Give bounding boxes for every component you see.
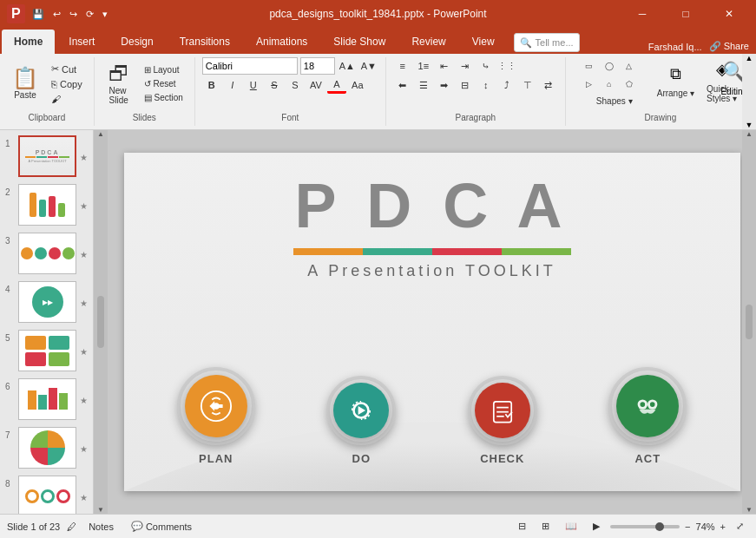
shape-btn-6[interactable]: ⬠ (620, 75, 639, 93)
zoom-thumb[interactable] (655, 522, 664, 531)
shape-btn-2[interactable]: ◯ (600, 57, 619, 75)
ribbon-scroll-up[interactable]: ▲ (746, 54, 753, 62)
notes-button[interactable]: Notes (83, 521, 119, 533)
redo-qa-button[interactable]: ↪ (66, 7, 81, 22)
normal-view-button[interactable]: ⊟ (513, 520, 531, 533)
slide-thumb-3[interactable]: 3 ★ (3, 231, 89, 276)
arrange-button[interactable]: Arrange ▾ (653, 87, 699, 100)
slide-thumb-6[interactable]: 6 ★ (3, 377, 89, 422)
italic-button[interactable]: I (223, 76, 242, 94)
slide-img-7[interactable] (18, 427, 76, 469)
share-button[interactable]: 🔗 Share (709, 41, 749, 52)
bold-button[interactable]: B (202, 76, 221, 94)
replay-qa-button[interactable]: ⟳ (82, 7, 97, 22)
slide-img-3[interactable] (18, 233, 76, 274)
tab-slideshow[interactable]: Slide Show (321, 30, 398, 54)
right-scroll-down[interactable]: ▼ (746, 506, 753, 514)
shape-btn-3[interactable]: △ (620, 57, 639, 75)
slide-img-1[interactable]: PDCA A Presentation TOOLKIT (18, 135, 76, 177)
align-center-button[interactable]: ☰ (414, 76, 433, 94)
columns-button[interactable]: ⋮⋮ (497, 57, 516, 75)
slide-thumb-7[interactable]: 7 ★ (3, 425, 89, 470)
slide-img-5[interactable] (18, 330, 76, 371)
cut-button[interactable]: ✂Cut (47, 62, 87, 76)
shape-btn-1[interactable]: ▭ (580, 57, 599, 75)
tab-design[interactable]: Design (108, 30, 165, 54)
save-qa-button[interactable]: 💾 (29, 7, 48, 22)
slide-sorter-button[interactable]: ⊞ (536, 520, 555, 533)
tab-review[interactable]: Review (399, 30, 457, 54)
minimize-button[interactable]: ─ (622, 0, 662, 28)
maximize-button[interactable]: □ (666, 0, 706, 28)
font-family-input[interactable] (202, 57, 298, 75)
convert-smartart-button[interactable]: ⇄ (539, 76, 558, 94)
slide-img-6[interactable] (18, 378, 76, 420)
slide-panel[interactable]: 1 PDCA A Presentation TOOLKIT ★ 2 (0, 130, 94, 514)
fit-window-button[interactable]: ⤢ (731, 520, 749, 533)
shadow-button[interactable]: S (286, 76, 305, 94)
undo-qa-button[interactable]: ↩ (49, 7, 64, 22)
right-scroll-thumb[interactable] (746, 305, 753, 339)
customize-qa-button[interactable]: ▾ (99, 7, 111, 22)
comments-button[interactable]: 💬 Comments (126, 520, 197, 533)
zoom-slider[interactable] (610, 525, 680, 528)
slide-img-2[interactable] (18, 184, 76, 226)
slide-canvas[interactable]: P D C A A Presentation TOOLKIT (124, 153, 740, 491)
increase-indent-button[interactable]: ⇥ (456, 57, 475, 75)
paste-button[interactable]: 📋 Paste (7, 66, 43, 102)
slideshow-button[interactable]: ▶ (588, 520, 605, 533)
new-slide-button[interactable]: 🗗 NewSlide (102, 62, 136, 107)
slide-img-4[interactable]: ▶▶ (18, 281, 76, 323)
slide-thumb-2[interactable]: 2 ★ (3, 182, 89, 227)
tab-transitions[interactable]: Transitions (168, 30, 242, 54)
text-direction-button[interactable]: ⤴ (497, 76, 516, 94)
scroll-bottom-btn[interactable]: ▼ (97, 506, 104, 514)
align-left-button[interactable]: ⬅ (393, 76, 412, 94)
slide-thumb-1[interactable]: 1 PDCA A Presentation TOOLKIT ★ (3, 134, 89, 179)
slide-canvas-area[interactable]: ▲ ▼ P D C A A Presentation TOOLKIT (94, 130, 756, 514)
smartart-button[interactable]: ⤷ (477, 57, 496, 75)
tab-view[interactable]: View (460, 30, 507, 54)
shape-btn-5[interactable]: ⌂ (600, 75, 619, 93)
copy-button[interactable]: ⎘Copy (47, 77, 87, 91)
decrease-indent-button[interactable]: ⇤ (435, 57, 454, 75)
section-button[interactable]: ▤ Section (140, 91, 187, 104)
numbered-list-button[interactable]: 1≡ (414, 57, 433, 75)
user-name[interactable]: Farshad Iq... (648, 42, 702, 52)
reset-button[interactable]: ↺ Reset (140, 77, 187, 90)
slide-thumb-8[interactable]: 8 ★ (3, 474, 89, 514)
plan-circle-wrap[interactable]: PLAN (177, 367, 255, 465)
format-painter-button[interactable]: 🖌 (47, 92, 87, 106)
font-color-button[interactable]: A (327, 76, 346, 94)
close-button[interactable]: ✕ (709, 0, 749, 28)
do-circle-wrap[interactable]: DO (326, 376, 396, 465)
increase-font-button[interactable]: A▲ (338, 57, 357, 75)
decrease-font-button[interactable]: A▼ (359, 57, 378, 75)
line-spacing-button[interactable]: ↕ (477, 76, 496, 94)
tab-insert[interactable]: Insert (56, 30, 107, 54)
scroll-thumb-v[interactable] (97, 296, 104, 348)
tell-me-box[interactable]: 🔍 Tell me... (514, 33, 580, 52)
tab-home[interactable]: Home (2, 30, 55, 54)
slide-thumb-4[interactable]: 4 ▶▶ ★ (3, 279, 89, 325)
reading-view-button[interactable]: 📖 (560, 520, 582, 533)
underline-button[interactable]: U (244, 76, 263, 94)
align-text-button[interactable]: ⊤ (518, 76, 537, 94)
slide-img-8[interactable] (18, 476, 76, 514)
slide-thumb-5[interactable]: 5 ★ (3, 328, 89, 373)
char-spacing-button[interactable]: AV (306, 76, 325, 94)
shape-btn-4[interactable]: ▷ (580, 75, 599, 93)
layout-button[interactable]: ⊞ Layout (140, 63, 187, 76)
font-size-input[interactable] (300, 57, 335, 75)
tab-animations[interactable]: Animations (244, 30, 319, 54)
ribbon-scroll-down[interactable]: ▼ (746, 121, 753, 129)
check-circle-wrap[interactable]: CHECK (468, 376, 537, 465)
shapes-label-button[interactable]: Shapes ▾ (592, 95, 637, 108)
act-circle-wrap[interactable]: ACT (608, 367, 687, 465)
strikethrough-button[interactable]: S (265, 76, 284, 94)
scroll-top-btn[interactable]: ▲ (97, 130, 104, 138)
zoom-plus-button[interactable]: + (720, 522, 726, 532)
ribbon-scroll[interactable]: ▲ ▼ (742, 54, 756, 129)
font-case-button[interactable]: Aa (348, 76, 367, 94)
zoom-minus-button[interactable]: − (685, 522, 690, 532)
